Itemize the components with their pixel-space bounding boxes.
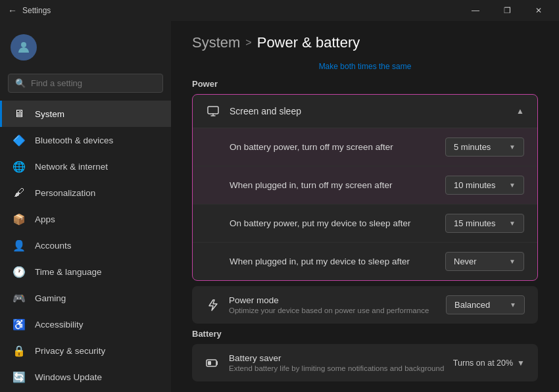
sidebar-item-label-apps: Apps — [35, 214, 55, 224]
setting-dropdown-battery-screen[interactable]: 5 minutes ▼ — [445, 137, 524, 157]
dropdown-arrow-plugged-screen: ▼ — [509, 182, 516, 189]
page-title: Power & battery — [257, 34, 360, 51]
sidebar-item-apps[interactable]: 📦 Apps — [0, 206, 171, 232]
power-mode-text: Power mode Optimize your device based on… — [229, 295, 429, 314]
setting-label-battery-screen: On battery power, turn off my screen aft… — [230, 142, 393, 152]
setting-dropdown-battery-sleep[interactable]: 15 minutes ▼ — [445, 214, 524, 233]
sidebar-item-network[interactable]: 🌐 Network & internet — [0, 153, 171, 180]
power-mode-desc: Optimize your device based on power use … — [229, 306, 429, 314]
screen-sleep-header-left: Screen and sleep — [206, 104, 301, 118]
battery-saver-row: Battery saver Extend battery life by lim… — [192, 344, 538, 381]
sidebar-item-label-system: System — [35, 109, 64, 119]
battery-saver-title: Battery saver — [229, 353, 444, 363]
svg-rect-3 — [208, 361, 211, 365]
screen-sleep-header[interactable]: Screen and sleep ▲ — [193, 95, 537, 128]
breadcrumb-arrow: > — [245, 37, 251, 49]
power-mode-card: Power mode Optimize your device based on… — [192, 286, 538, 324]
sidebar-item-personalization[interactable]: 🖌 Personalization — [0, 180, 171, 206]
minimize-button[interactable]: — — [460, 0, 491, 21]
power-mode-row: Power mode Optimize your device based on… — [192, 286, 538, 324]
svg-rect-1 — [208, 107, 218, 114]
privacy-icon: 🔒 — [12, 344, 26, 357]
battery-saver-value-container[interactable]: Turns on at 20% ▼ — [453, 358, 525, 368]
screen-sleep-section: Screen and sleep ▲ On battery power, tur… — [192, 94, 538, 281]
setting-dropdown-plugged-screen[interactable]: 10 minutes ▼ — [445, 176, 524, 195]
setting-value-battery-sleep: 15 minutes — [454, 218, 496, 228]
titlebar-left: ← Settings — [8, 5, 51, 16]
setting-label-battery-sleep: On battery power, put my device to sleep… — [230, 218, 410, 228]
sidebar-item-label-personalization: Personalization — [35, 188, 95, 198]
power-mode-dropdown[interactable]: Balanced ▼ — [446, 295, 525, 314]
system-icon: 🖥 — [12, 107, 26, 120]
accessibility-icon: ♿ — [12, 318, 26, 331]
titlebar: ← Settings — ❐ ✕ — [0, 0, 559, 21]
setting-value-plugged-sleep: Never — [454, 257, 477, 266]
dropdown-arrow-plugged-sleep: ▼ — [509, 258, 516, 265]
battery-saver-desc: Extend battery life by limiting some not… — [229, 364, 444, 372]
sidebar-item-update[interactable]: 🔄 Windows Update — [0, 364, 171, 390]
update-icon: 🔄 — [12, 370, 26, 383]
personalization-icon: 🖌 — [12, 186, 26, 199]
sidebar-item-label-accessibility: Accessibility — [35, 320, 84, 330]
breadcrumb-system: System — [192, 34, 240, 51]
sidebar-item-label-gaming: Gaming — [35, 293, 66, 303]
power-mode-dropdown-arrow: ▼ — [510, 301, 516, 308]
search-box[interactable]: 🔍 — [8, 74, 163, 93]
dropdown-arrow-battery-screen: ▼ — [509, 143, 516, 151]
sidebar-item-accessibility[interactable]: ♿ Accessibility — [0, 311, 171, 337]
battery-section-label: Battery — [192, 329, 538, 339]
battery-row-left: Battery saver Extend battery life by lim… — [205, 353, 444, 372]
screen-sleep-chevron: ▲ — [516, 107, 524, 116]
power-mode-value: Balanced — [454, 300, 490, 310]
accounts-icon: 👤 — [12, 239, 26, 252]
battery-saver-chevron: ▼ — [517, 358, 525, 368]
sidebar-item-privacy[interactable]: 🔒 Privacy & security — [0, 337, 171, 364]
sidebar-avatar — [0, 29, 171, 71]
page-header: System > Power & battery — [192, 21, 538, 62]
sidebar-item-bluetooth[interactable]: 🔷 Bluetooth & devices — [0, 127, 171, 153]
battery-section: Battery Battery — [192, 329, 538, 381]
scrolled-hint[interactable]: Make both times the same — [192, 62, 538, 71]
dropdown-arrow-battery-sleep: ▼ — [509, 220, 516, 227]
apps-icon: 📦 — [12, 212, 26, 226]
close-button[interactable]: ✕ — [523, 0, 554, 21]
battery-card: Battery saver Extend battery life by lim… — [192, 344, 538, 381]
sidebar-item-gaming[interactable]: 🎮 Gaming — [0, 285, 171, 311]
power-mode-icon — [205, 298, 220, 312]
screen-icon — [206, 104, 220, 118]
sidebar-item-label-privacy: Privacy & security — [35, 346, 105, 356]
app-body: 🔍 🖥 System 🔷 Bluetooth & devices 🌐 Netwo… — [0, 21, 559, 392]
setting-label-plugged-screen: When plugged in, turn off my screen afte… — [230, 180, 392, 190]
battery-icon — [205, 356, 220, 370]
sidebar-item-label-update: Windows Update — [35, 372, 102, 382]
setting-value-battery-screen: 5 minutes — [454, 142, 491, 152]
svg-point-0 — [21, 42, 26, 47]
setting-dropdown-plugged-sleep[interactable]: Never ▼ — [445, 252, 524, 271]
screen-sleep-rows: On battery power, turn off my screen aft… — [193, 128, 537, 280]
sidebar: 🔍 🖥 System 🔷 Bluetooth & devices 🌐 Netwo… — [0, 21, 171, 392]
sidebar-item-accounts[interactable]: 👤 Accounts — [0, 232, 171, 258]
titlebar-controls: — ❐ ✕ — [460, 0, 554, 21]
network-icon: 🌐 — [12, 160, 26, 173]
back-button[interactable]: ← — [8, 5, 17, 16]
gaming-icon: 🎮 — [12, 291, 26, 305]
time-icon: 🕐 — [12, 265, 26, 278]
battery-text: Battery saver Extend battery life by lim… — [229, 353, 444, 372]
titlebar-title: Settings — [22, 6, 51, 15]
nav-container: 🖥 System 🔷 Bluetooth & devices 🌐 Network… — [0, 101, 171, 390]
bluetooth-icon: 🔷 — [12, 134, 26, 147]
screen-sleep-title: Screen and sleep — [230, 106, 301, 116]
search-input[interactable] — [31, 78, 156, 88]
content-area: System > Power & battery Make both times… — [171, 21, 559, 392]
avatar — [11, 34, 37, 61]
maximize-button[interactable]: ❐ — [492, 0, 522, 21]
setting-row-battery-screen: On battery power, turn off my screen aft… — [193, 128, 537, 166]
power-mode-left: Power mode Optimize your device based on… — [205, 295, 429, 314]
setting-row-plugged-screen: When plugged in, turn off my screen afte… — [193, 166, 537, 205]
setting-row-battery-sleep: On battery power, put my device to sleep… — [193, 205, 537, 243]
sidebar-item-system[interactable]: 🖥 System — [0, 101, 171, 127]
sidebar-item-label-time: Time & language — [35, 267, 102, 277]
sidebar-item-label-bluetooth: Bluetooth & devices — [35, 135, 113, 145]
power-mode-title: Power mode — [229, 295, 429, 305]
sidebar-item-time[interactable]: 🕐 Time & language — [0, 258, 171, 285]
